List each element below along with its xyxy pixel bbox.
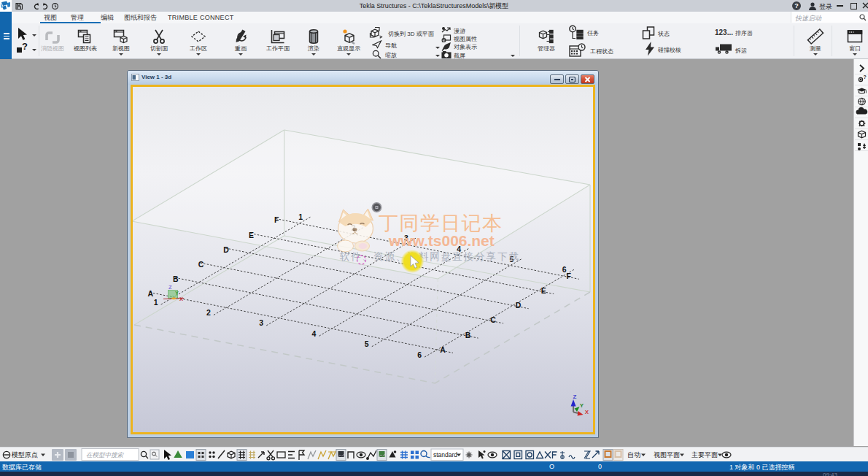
svg-text:standard: standard xyxy=(433,451,457,458)
svg-text:?: ? xyxy=(864,74,867,80)
svg-text:Y: Y xyxy=(580,402,584,409)
svg-text:在模型中搜索: 在模型中搜索 xyxy=(86,451,125,458)
svg-text:3: 3 xyxy=(259,319,263,327)
svg-text:模型原点: 模型原点 xyxy=(11,451,38,458)
svg-text:主要平面: 主要平面 xyxy=(691,451,718,458)
svg-text:D: D xyxy=(516,302,522,310)
svg-text:F: F xyxy=(567,272,572,280)
svg-text:视图平面: 视图平面 xyxy=(654,451,680,458)
svg-text:Z: Z xyxy=(573,394,577,400)
svg-text:6: 6 xyxy=(562,266,567,274)
svg-text:E: E xyxy=(249,231,254,239)
svg-text:B: B xyxy=(465,331,471,339)
svg-text:C: C xyxy=(490,316,496,324)
svg-text:1: 1 xyxy=(154,299,158,307)
svg-text:1: 1 xyxy=(298,213,303,221)
svg-text:A: A xyxy=(440,346,446,354)
svg-text:www.ts006.net: www.ts006.net xyxy=(388,232,495,249)
svg-text:4: 4 xyxy=(312,330,317,338)
svg-text:D: D xyxy=(223,246,229,254)
svg-text:6: 6 xyxy=(417,351,422,359)
svg-text:Z: Z xyxy=(168,284,172,291)
svg-text:A: A xyxy=(148,290,154,298)
svg-text:自动: 自动 xyxy=(627,451,640,458)
svg-text:X: X xyxy=(179,296,183,302)
svg-text:软件、资源、资料网盘直接分享下载: 软件、资源、资料网盘直接分享下载 xyxy=(340,251,520,262)
svg-text:2: 2 xyxy=(206,309,211,317)
svg-text:F: F xyxy=(274,216,279,224)
svg-text:丁同学日记本: 丁同学日记本 xyxy=(379,212,503,234)
svg-text:E: E xyxy=(541,287,546,295)
svg-text:X: X xyxy=(585,409,589,415)
svg-text:B: B xyxy=(173,275,179,283)
svg-text:C: C xyxy=(198,261,204,269)
svg-text:Y: Y xyxy=(175,290,179,296)
svg-text:5: 5 xyxy=(365,340,369,348)
